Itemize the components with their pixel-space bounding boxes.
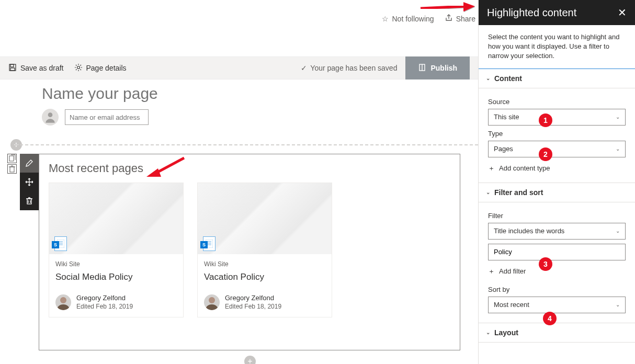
publish-button[interactable]: Publish bbox=[405, 56, 470, 79]
follow-button[interactable]: ☆ Not following bbox=[382, 15, 434, 23]
svg-point-3 bbox=[77, 66, 80, 69]
annotation-arrow-icon bbox=[418, 1, 475, 14]
card-thumbnail: S bbox=[198, 183, 332, 254]
chevron-down-icon: ⌄ bbox=[486, 75, 490, 81]
add-filter-label: Add filter bbox=[499, 267, 526, 275]
card-author: Gregory Zelfond bbox=[76, 294, 133, 303]
delete-webpart-button[interactable] bbox=[20, 191, 39, 210]
save-draft-label: Save as draft bbox=[20, 64, 64, 72]
property-panel: Highlighted content ✕ Select the content… bbox=[478, 0, 635, 364]
svg-rect-7 bbox=[9, 156, 14, 161]
svg-rect-2 bbox=[10, 68, 15, 71]
section-delete-icon[interactable] bbox=[7, 164, 17, 174]
section-label: Filter and sort bbox=[494, 188, 543, 197]
filter-label: Filter bbox=[488, 212, 626, 220]
type-label: Type bbox=[488, 130, 626, 138]
save-draft-button[interactable]: Save as draft bbox=[8, 63, 64, 73]
save-icon bbox=[8, 63, 17, 73]
svg-point-14 bbox=[60, 297, 66, 303]
chevron-down-icon: ⌄ bbox=[486, 189, 490, 195]
sharepoint-page-icon: S bbox=[203, 236, 216, 251]
follow-label: Not following bbox=[392, 15, 434, 23]
type-value: Pages bbox=[494, 145, 513, 153]
sharepoint-badge-icon: S bbox=[200, 241, 208, 248]
card-author: Gregory Zelfond bbox=[225, 294, 281, 303]
source-value: This site bbox=[494, 113, 519, 121]
sharepoint-badge-icon: S bbox=[52, 241, 59, 248]
canvas-left-rail bbox=[7, 154, 17, 174]
chevron-down-icon: ⌄ bbox=[616, 228, 620, 234]
svg-marker-21 bbox=[463, 2, 475, 12]
author-row bbox=[7, 109, 478, 126]
add-filter-button[interactable]: ＋ Add filter bbox=[488, 267, 626, 276]
plus-icon: ＋ bbox=[488, 164, 495, 173]
content-section: Source This site ⌄ Type Pages ⌄ ＋ Add co… bbox=[479, 88, 635, 183]
author-avatar-icon bbox=[55, 294, 71, 310]
chevron-down-icon: ⌄ bbox=[616, 146, 620, 152]
sort-dropdown[interactable]: Most recent ⌄ bbox=[488, 297, 626, 313]
check-icon: ✓ bbox=[301, 64, 307, 72]
card-site: Wiki Site bbox=[204, 260, 325, 268]
annotation-badge: 3 bbox=[539, 257, 552, 271]
chevron-down-icon: ⌄ bbox=[486, 329, 490, 335]
page-title-input[interactable] bbox=[7, 79, 321, 106]
source-label: Source bbox=[488, 98, 626, 106]
command-bar: Save as draft Page details ✓ Your page h… bbox=[0, 56, 478, 79]
card-title: Vacation Policy bbox=[204, 272, 325, 282]
highlighted-content-webpart[interactable]: Most recent pages S Wiki Site Social Med… bbox=[39, 154, 460, 350]
card-meta: Edited Feb 18, 2019 bbox=[225, 303, 281, 311]
avatar-placeholder-icon bbox=[42, 109, 59, 126]
book-icon bbox=[418, 63, 426, 73]
share-icon bbox=[445, 14, 453, 24]
chevron-down-icon: ⌄ bbox=[616, 302, 620, 308]
top-actions: ☆ Not following Share bbox=[382, 14, 475, 24]
close-icon[interactable]: ✕ bbox=[618, 6, 627, 19]
chevron-down-icon: ⌄ bbox=[616, 114, 620, 120]
move-webpart-button[interactable] bbox=[20, 173, 39, 191]
annotation-badge: 1 bbox=[539, 113, 552, 127]
content-card[interactable]: S Wiki Site Social Media Policy Gregory … bbox=[49, 183, 184, 317]
svg-line-20 bbox=[421, 6, 464, 8]
filter-text-input[interactable] bbox=[488, 244, 626, 260]
section-divider bbox=[15, 144, 478, 145]
section-toggle-filter[interactable]: ⌄ Filter and sort bbox=[479, 183, 635, 202]
share-button[interactable]: Share bbox=[445, 14, 475, 24]
panel-description: Select the content you want to highlight… bbox=[479, 25, 635, 69]
section-toggle-layout[interactable]: ⌄ Layout bbox=[479, 323, 635, 343]
sort-label: Sort by bbox=[488, 286, 626, 293]
add-webpart-button[interactable]: + bbox=[244, 356, 256, 364]
annotation-badge: 2 bbox=[539, 147, 552, 161]
card-grid: S Wiki Site Social Media Policy Gregory … bbox=[49, 183, 450, 317]
add-content-type-label: Add content type bbox=[499, 164, 550, 172]
author-avatar-icon bbox=[204, 294, 220, 310]
annotation-badge: 4 bbox=[543, 312, 557, 325]
gear-icon bbox=[74, 63, 83, 73]
section-label: Layout bbox=[494, 328, 518, 337]
add-content-type-button[interactable]: ＋ Add content type bbox=[488, 164, 626, 173]
webpart-title: Most recent pages bbox=[49, 162, 450, 175]
section-copy-icon[interactable] bbox=[7, 154, 17, 163]
panel-header: Highlighted content ✕ bbox=[479, 0, 635, 25]
panel-title: Highlighted content bbox=[487, 7, 576, 19]
card-meta: Edited Feb 18, 2019 bbox=[76, 303, 133, 311]
card-title: Social Media Policy bbox=[55, 272, 177, 282]
svg-rect-9 bbox=[27, 199, 31, 204]
plus-icon: ＋ bbox=[488, 267, 495, 276]
author-input[interactable] bbox=[65, 109, 149, 125]
card-thumbnail: S bbox=[49, 183, 183, 254]
webpart-toolbar bbox=[20, 154, 39, 210]
svg-rect-1 bbox=[10, 64, 14, 67]
card-site: Wiki Site bbox=[55, 260, 177, 268]
publish-label: Publish bbox=[430, 64, 457, 72]
edit-webpart-button[interactable] bbox=[20, 154, 39, 173]
section-toggle-content[interactable]: ⌄ Content bbox=[479, 69, 635, 88]
type-dropdown[interactable]: Pages ⌄ bbox=[488, 141, 626, 157]
svg-point-6 bbox=[48, 112, 53, 117]
filter-section: Filter Title includes the words ⌄ ＋ Add … bbox=[479, 202, 635, 323]
share-label: Share bbox=[456, 15, 475, 23]
page-details-button[interactable]: Page details bbox=[74, 63, 127, 73]
content-card[interactable]: S Wiki Site Vacation Policy Gregory Zelf… bbox=[197, 183, 332, 317]
sort-value: Most recent bbox=[494, 301, 529, 309]
filter-dropdown[interactable]: Title includes the words ⌄ bbox=[488, 223, 626, 240]
source-dropdown[interactable]: This site ⌄ bbox=[488, 109, 626, 126]
